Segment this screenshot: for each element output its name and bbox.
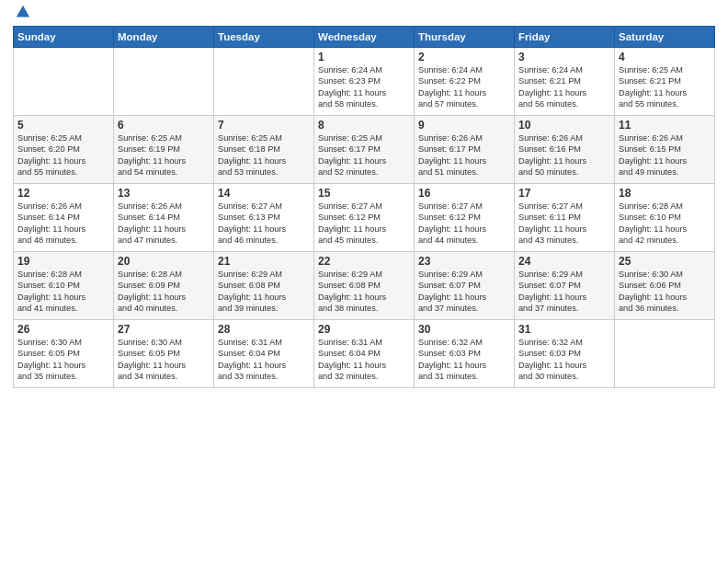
week-row-1: 1Sunrise: 6:24 AM Sunset: 6:23 PM Daylig… (14, 48, 715, 116)
svg-marker-0 (17, 6, 29, 17)
header-row: SundayMondayTuesdayWednesdayThursdayFrid… (14, 27, 715, 48)
day-number: 25 (619, 255, 711, 268)
day-info: Sunrise: 6:27 AM Sunset: 6:13 PM Dayligh… (218, 201, 310, 247)
col-header-friday: Friday (515, 27, 615, 48)
week-row-3: 12Sunrise: 6:26 AM Sunset: 6:14 PM Dayli… (14, 184, 715, 252)
day-info: Sunrise: 6:24 AM Sunset: 6:22 PM Dayligh… (418, 64, 510, 110)
day-info: Sunrise: 6:29 AM Sunset: 6:08 PM Dayligh… (318, 269, 410, 315)
day-info: Sunrise: 6:29 AM Sunset: 6:08 PM Dayligh… (218, 269, 310, 315)
day-info: Sunrise: 6:29 AM Sunset: 6:07 PM Dayligh… (418, 269, 510, 315)
day-cell: 14Sunrise: 6:27 AM Sunset: 6:13 PM Dayli… (214, 184, 314, 252)
day-number: 2 (418, 51, 510, 63)
day-number: 28 (218, 323, 310, 336)
day-cell: 1Sunrise: 6:24 AM Sunset: 6:23 PM Daylig… (314, 48, 415, 116)
day-cell: 9Sunrise: 6:26 AM Sunset: 6:17 PM Daylig… (415, 116, 515, 184)
day-cell (114, 48, 214, 116)
day-number: 8 (318, 119, 410, 132)
day-info: Sunrise: 6:24 AM Sunset: 6:23 PM Dayligh… (318, 64, 410, 110)
day-number: 30 (418, 323, 510, 336)
day-number: 3 (518, 51, 610, 63)
day-number: 6 (118, 119, 210, 132)
day-number: 29 (318, 323, 410, 336)
day-info: Sunrise: 6:24 AM Sunset: 6:21 PM Dayligh… (518, 64, 610, 110)
col-header-monday: Monday (114, 27, 214, 48)
day-info: Sunrise: 6:28 AM Sunset: 6:09 PM Dayligh… (118, 269, 210, 315)
day-cell (14, 48, 114, 116)
logo-icon (15, 4, 31, 20)
col-header-tuesday: Tuesday (214, 27, 314, 48)
day-cell (214, 48, 314, 116)
logo (13, 13, 31, 20)
day-number: 7 (218, 119, 310, 132)
day-info: Sunrise: 6:30 AM Sunset: 6:05 PM Dayligh… (17, 337, 109, 383)
day-number: 10 (518, 119, 610, 132)
day-info: Sunrise: 6:28 AM Sunset: 6:10 PM Dayligh… (17, 269, 109, 315)
day-cell: 4Sunrise: 6:25 AM Sunset: 6:21 PM Daylig… (615, 48, 715, 116)
day-cell: 6Sunrise: 6:25 AM Sunset: 6:19 PM Daylig… (114, 116, 214, 184)
day-cell: 16Sunrise: 6:27 AM Sunset: 6:12 PM Dayli… (415, 184, 515, 252)
day-info: Sunrise: 6:31 AM Sunset: 6:04 PM Dayligh… (218, 337, 310, 383)
day-cell: 28Sunrise: 6:31 AM Sunset: 6:04 PM Dayli… (214, 320, 314, 388)
day-info: Sunrise: 6:27 AM Sunset: 6:12 PM Dayligh… (418, 201, 510, 247)
week-row-4: 19Sunrise: 6:28 AM Sunset: 6:10 PM Dayli… (14, 252, 715, 320)
day-cell: 2Sunrise: 6:24 AM Sunset: 6:22 PM Daylig… (415, 48, 515, 116)
day-number: 18 (619, 187, 711, 200)
day-cell: 21Sunrise: 6:29 AM Sunset: 6:08 PM Dayli… (214, 252, 314, 320)
page-container: SundayMondayTuesdayWednesdayThursdayFrid… (0, 0, 728, 396)
day-cell: 15Sunrise: 6:27 AM Sunset: 6:12 PM Dayli… (314, 184, 415, 252)
day-cell: 23Sunrise: 6:29 AM Sunset: 6:07 PM Dayli… (415, 252, 515, 320)
day-info: Sunrise: 6:26 AM Sunset: 6:14 PM Dayligh… (118, 201, 210, 247)
day-number: 13 (118, 187, 210, 200)
day-info: Sunrise: 6:29 AM Sunset: 6:07 PM Dayligh… (518, 269, 610, 315)
day-cell (615, 320, 715, 388)
day-info: Sunrise: 6:32 AM Sunset: 6:03 PM Dayligh… (518, 337, 610, 383)
day-cell: 29Sunrise: 6:31 AM Sunset: 6:04 PM Dayli… (314, 320, 415, 388)
day-number: 15 (318, 187, 410, 200)
day-cell: 5Sunrise: 6:25 AM Sunset: 6:20 PM Daylig… (14, 116, 114, 184)
day-info: Sunrise: 6:26 AM Sunset: 6:15 PM Dayligh… (619, 132, 711, 178)
calendar-body: 1Sunrise: 6:24 AM Sunset: 6:23 PM Daylig… (14, 48, 715, 388)
day-number: 17 (518, 187, 610, 200)
day-info: Sunrise: 6:26 AM Sunset: 6:17 PM Dayligh… (418, 132, 510, 178)
day-number: 14 (218, 187, 310, 200)
day-info: Sunrise: 6:26 AM Sunset: 6:14 PM Dayligh… (17, 201, 109, 247)
day-number: 12 (17, 187, 109, 200)
day-cell: 18Sunrise: 6:28 AM Sunset: 6:10 PM Dayli… (615, 184, 715, 252)
day-info: Sunrise: 6:25 AM Sunset: 6:21 PM Dayligh… (619, 64, 711, 110)
day-number: 22 (318, 255, 410, 268)
col-header-saturday: Saturday (615, 27, 715, 48)
day-info: Sunrise: 6:27 AM Sunset: 6:12 PM Dayligh… (318, 201, 410, 247)
day-cell: 12Sunrise: 6:26 AM Sunset: 6:14 PM Dayli… (14, 184, 114, 252)
day-number: 11 (619, 119, 711, 132)
calendar-header: SundayMondayTuesdayWednesdayThursdayFrid… (14, 27, 715, 48)
day-info: Sunrise: 6:26 AM Sunset: 6:16 PM Dayligh… (518, 132, 610, 178)
day-cell: 11Sunrise: 6:26 AM Sunset: 6:15 PM Dayli… (615, 116, 715, 184)
day-number: 31 (518, 323, 610, 336)
day-cell: 19Sunrise: 6:28 AM Sunset: 6:10 PM Dayli… (14, 252, 114, 320)
day-cell: 27Sunrise: 6:30 AM Sunset: 6:05 PM Dayli… (114, 320, 214, 388)
day-number: 5 (17, 119, 109, 132)
day-info: Sunrise: 6:28 AM Sunset: 6:10 PM Dayligh… (619, 201, 711, 247)
day-cell: 13Sunrise: 6:26 AM Sunset: 6:14 PM Dayli… (114, 184, 214, 252)
col-header-wednesday: Wednesday (314, 27, 415, 48)
day-cell: 17Sunrise: 6:27 AM Sunset: 6:11 PM Dayli… (515, 184, 615, 252)
col-header-thursday: Thursday (415, 27, 515, 48)
day-info: Sunrise: 6:25 AM Sunset: 6:20 PM Dayligh… (17, 132, 109, 178)
day-number: 24 (518, 255, 610, 268)
header (13, 9, 715, 20)
day-number: 27 (118, 323, 210, 336)
day-cell: 10Sunrise: 6:26 AM Sunset: 6:16 PM Dayli… (515, 116, 615, 184)
day-cell: 22Sunrise: 6:29 AM Sunset: 6:08 PM Dayli… (314, 252, 415, 320)
week-row-5: 26Sunrise: 6:30 AM Sunset: 6:05 PM Dayli… (14, 320, 715, 388)
day-info: Sunrise: 6:32 AM Sunset: 6:03 PM Dayligh… (418, 337, 510, 383)
day-number: 26 (17, 323, 109, 336)
day-number: 23 (418, 255, 510, 268)
day-cell: 25Sunrise: 6:30 AM Sunset: 6:06 PM Dayli… (615, 252, 715, 320)
day-number: 20 (118, 255, 210, 268)
day-info: Sunrise: 6:25 AM Sunset: 6:18 PM Dayligh… (218, 132, 310, 178)
day-number: 4 (619, 51, 711, 63)
calendar-table: SundayMondayTuesdayWednesdayThursdayFrid… (13, 26, 715, 388)
day-info: Sunrise: 6:31 AM Sunset: 6:04 PM Dayligh… (318, 337, 410, 383)
day-cell: 24Sunrise: 6:29 AM Sunset: 6:07 PM Dayli… (515, 252, 615, 320)
day-cell: 26Sunrise: 6:30 AM Sunset: 6:05 PM Dayli… (14, 320, 114, 388)
